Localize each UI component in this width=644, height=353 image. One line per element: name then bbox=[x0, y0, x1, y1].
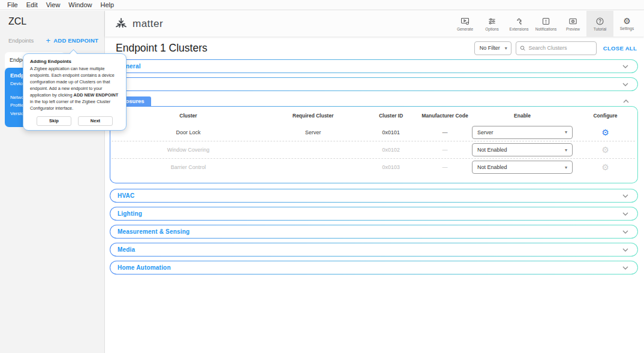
tutorial-label: Tutorial bbox=[594, 27, 606, 31]
tutorial-icon bbox=[595, 17, 604, 26]
configure-gear-icon[interactable]: ⚙ bbox=[601, 128, 609, 137]
enable-dropdown[interactable]: Not Enabled ▾ bbox=[472, 143, 573, 156]
content-header: Endpoint 1 Clusters No Filter ▾ CLOSE AL… bbox=[105, 37, 644, 59]
enable-dropdown[interactable]: Server ▾ bbox=[472, 126, 573, 139]
header-configure: Configure bbox=[576, 113, 635, 119]
table-row-barrier-control: Barrier Control 0x0103 — Not Enabled ▾ ⚙ bbox=[112, 158, 635, 176]
notifications-icon bbox=[541, 17, 550, 26]
notifications-label: Notifications bbox=[535, 27, 556, 31]
settings-label: Settings bbox=[620, 26, 634, 31]
tooltip-body: A Zigbee application can have multiple e… bbox=[30, 66, 119, 112]
tutorial-tooltip: Adding Endpoints A Zigbee application ca… bbox=[23, 53, 127, 131]
options-label: Options bbox=[485, 27, 498, 31]
generate-label: Generate bbox=[457, 27, 473, 31]
generate-icon bbox=[461, 17, 470, 26]
section-hvac-label: HVAC bbox=[118, 192, 134, 199]
app-title: ZCL bbox=[8, 16, 26, 27]
chevron-down-icon bbox=[622, 83, 628, 86]
extensions-icon bbox=[514, 17, 523, 26]
tooltip-title: Adding Endpoints bbox=[30, 59, 119, 64]
cell-mfg: — bbox=[421, 147, 469, 153]
table-row-door-lock: Door Lock Server 0x0101 — Server ▾ ⚙ bbox=[112, 123, 635, 141]
settings-button[interactable]: ⚙ Settings bbox=[613, 11, 640, 37]
cell-cluster: Door Lock bbox=[112, 129, 265, 135]
add-endpoint-label: ADD ENDPOINT bbox=[53, 37, 98, 44]
matter-logo: matter bbox=[115, 17, 163, 31]
enable-value: Server bbox=[477, 129, 493, 135]
header-enable: Enable bbox=[469, 113, 576, 119]
menu-bar: File Edit View Window Help bbox=[0, 0, 644, 10]
next-button[interactable]: Next bbox=[78, 116, 113, 126]
endpoints-header: Endpoints + ADD ENDPOINT bbox=[0, 37, 105, 44]
cell-required: Server bbox=[265, 129, 361, 135]
section-home-automation[interactable]: Home Automation bbox=[110, 261, 638, 274]
section-closures: Closures Cluster Required Cluster Cluste… bbox=[110, 95, 638, 183]
cell-cluster: Window Covering bbox=[112, 147, 265, 153]
generate-button[interactable]: Generate bbox=[452, 11, 479, 37]
section-home-automation-label: Home Automation bbox=[118, 264, 171, 271]
skip-button[interactable]: Skip bbox=[37, 116, 71, 126]
extensions-button[interactable]: Extensions bbox=[505, 11, 532, 37]
page-title: Endpoint 1 Clusters bbox=[116, 42, 470, 55]
section-measurement-sensing[interactable]: Measurement & Sensing bbox=[110, 225, 638, 239]
header-cluster-id: Cluster ID bbox=[361, 113, 421, 119]
plus-icon: + bbox=[46, 38, 50, 44]
chevron-down-icon bbox=[622, 230, 628, 234]
search-box[interactable] bbox=[516, 41, 597, 55]
section-media-label: Media bbox=[118, 246, 135, 253]
enable-value: Not Enabled bbox=[477, 164, 507, 170]
chevron-down-icon: ▾ bbox=[505, 46, 507, 51]
cell-mfg: — bbox=[421, 129, 469, 135]
preview-label: Preview bbox=[566, 27, 580, 31]
endpoints-label: Endpoints bbox=[8, 37, 34, 44]
cluster-table-header: Cluster Required Cluster Cluster ID Manu… bbox=[112, 108, 635, 123]
close-all-button[interactable]: CLOSE ALL bbox=[603, 45, 637, 52]
cell-cluster: Barrier Control bbox=[112, 164, 265, 170]
cell-id: 0x0102 bbox=[361, 147, 421, 153]
cluster-sections: General Closures Cluster Required Cluste… bbox=[110, 59, 638, 279]
header-cluster: Cluster bbox=[112, 113, 265, 119]
filter-dropdown[interactable]: No Filter ▾ bbox=[474, 41, 511, 55]
brand-wordmark: matter bbox=[133, 18, 163, 30]
search-icon bbox=[520, 45, 526, 52]
options-button[interactable]: Options bbox=[479, 11, 505, 37]
preview-icon bbox=[568, 17, 577, 26]
chevron-down-icon bbox=[622, 194, 628, 198]
section-general[interactable]: General bbox=[110, 59, 638, 73]
chevron-up-icon[interactable] bbox=[623, 99, 629, 103]
section-lighting[interactable]: Lighting bbox=[110, 207, 638, 221]
app-toolbar: matter Generate Options Extensions Notif… bbox=[105, 11, 644, 37]
closures-panel: Cluster Required Cluster Cluster ID Manu… bbox=[110, 106, 638, 183]
tutorial-button[interactable]: Tutorial bbox=[586, 11, 613, 37]
header-manufacturer-code: Manufacturer Code bbox=[421, 113, 469, 119]
menu-file[interactable]: File bbox=[3, 1, 22, 8]
search-input[interactable] bbox=[528, 45, 592, 51]
add-endpoint-button[interactable]: + ADD ENDPOINT bbox=[46, 37, 98, 44]
cell-id: 0x0101 bbox=[361, 129, 421, 135]
configure-gear-icon[interactable]: ⚙ bbox=[601, 163, 609, 171]
filter-value: No Filter bbox=[480, 45, 500, 51]
section-closures-header[interactable]: Closures bbox=[110, 95, 638, 106]
section-measurement-sensing-label: Measurement & Sensing bbox=[118, 228, 189, 235]
enable-dropdown[interactable]: Not Enabled ▾ bbox=[472, 161, 573, 174]
cell-id: 0x0103 bbox=[361, 164, 421, 170]
notifications-button[interactable]: Notifications bbox=[532, 11, 559, 37]
chevron-down-icon bbox=[622, 248, 628, 252]
section-lighting-label: Lighting bbox=[118, 210, 142, 217]
section-hvac[interactable]: HVAC bbox=[110, 189, 638, 203]
cell-mfg: — bbox=[421, 164, 469, 170]
section-media[interactable]: Media bbox=[110, 243, 638, 257]
menu-window[interactable]: Window bbox=[64, 1, 96, 8]
preview-button[interactable]: Preview bbox=[559, 11, 586, 37]
configure-gear-icon[interactable]: ⚙ bbox=[601, 146, 609, 154]
chevron-down-icon bbox=[622, 212, 628, 216]
options-icon bbox=[487, 17, 496, 26]
menu-edit[interactable]: Edit bbox=[22, 1, 42, 8]
section-hidden[interactable] bbox=[110, 77, 638, 91]
table-row-window-covering: Window Covering 0x0102 — Not Enabled ▾ ⚙ bbox=[112, 141, 635, 158]
chevron-down-icon: ▾ bbox=[565, 129, 567, 135]
chevron-down-icon bbox=[622, 266, 628, 270]
menu-view[interactable]: View bbox=[42, 1, 65, 8]
settings-gear-icon: ⚙ bbox=[623, 17, 631, 25]
menu-help[interactable]: Help bbox=[96, 1, 118, 8]
